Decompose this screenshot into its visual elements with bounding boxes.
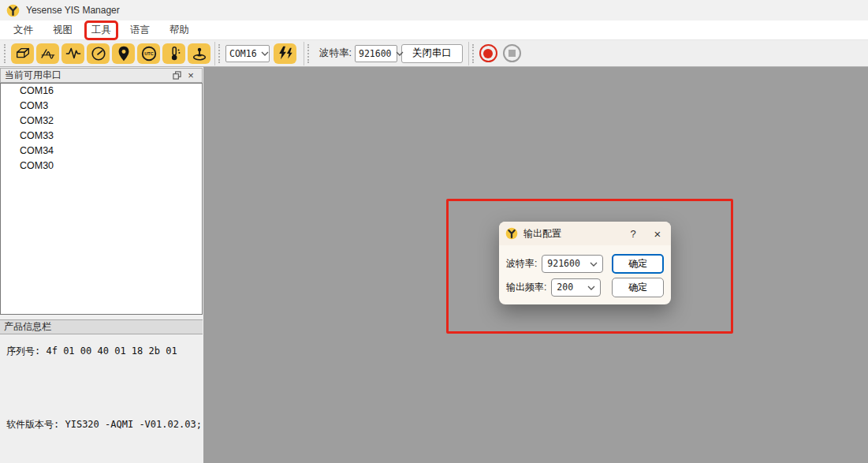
baud-confirm-button[interactable]: 确定 bbox=[612, 254, 664, 274]
list-item-port[interactable]: COM32 bbox=[1, 114, 202, 129]
location-pin-icon bbox=[115, 45, 132, 62]
firmware-version-value: YIS320 -AQMI -V01.02.03; bbox=[65, 419, 201, 430]
serial-number-value: 4f 01 00 40 01 18 2b 01 bbox=[46, 345, 177, 357]
angle-wave-icon bbox=[39, 45, 57, 62]
dialog-output-rate-label: 输出频率: bbox=[506, 281, 546, 294]
menu-bar: 文件 视图 工具 语言 帮助 bbox=[0, 21, 868, 40]
waveform-icon bbox=[65, 45, 82, 62]
output-config-dialog: 输出配置 ? × 波特率: 921600 确定 输出频率: bbox=[499, 222, 671, 304]
chevron-down-icon bbox=[587, 282, 595, 293]
toolbar-separator bbox=[304, 42, 304, 65]
toolbar-separator bbox=[214, 42, 215, 65]
dialog-help-button[interactable]: ? bbox=[624, 228, 642, 240]
toolbar-separator bbox=[468, 42, 469, 65]
list-item-port[interactable]: COM34 bbox=[1, 144, 202, 159]
toolbar-grip[interactable] bbox=[472, 44, 475, 63]
menu-help[interactable]: 帮助 bbox=[164, 21, 195, 39]
firmware-version-label: 软件版本号: bbox=[6, 419, 59, 430]
chevron-down-icon bbox=[392, 51, 404, 56]
attitude-curve-button[interactable] bbox=[36, 43, 59, 64]
gauge-icon bbox=[90, 45, 107, 62]
dialog-baud-value: 921600 bbox=[547, 258, 580, 269]
dialog-title: 输出配置 bbox=[523, 227, 561, 241]
utc-time-button[interactable]: UTC bbox=[137, 43, 160, 64]
cube-3d-view-button[interactable] bbox=[11, 43, 34, 64]
record-button[interactable] bbox=[479, 44, 497, 62]
probe-icon bbox=[191, 45, 208, 62]
ports-panel-header: 当前可用串口 × bbox=[0, 68, 203, 83]
dialog-title-bar[interactable]: 输出配置 ? × bbox=[499, 222, 671, 245]
toolbar-grip[interactable] bbox=[4, 44, 7, 63]
firmware-version-line: 软件版本号: YIS320 -AQMI -V01.02.03; bbox=[6, 418, 202, 431]
menu-view[interactable]: 视图 bbox=[47, 21, 78, 39]
list-item-port[interactable]: COM16 bbox=[1, 84, 202, 99]
port-select[interactable]: COM16 bbox=[225, 45, 270, 62]
toolbar: UTC COM16 bbox=[0, 40, 868, 67]
yesense-logo-icon bbox=[505, 227, 518, 240]
list-item-port[interactable]: COM30 bbox=[1, 159, 202, 174]
info-panel-title: 产品信息栏 bbox=[4, 320, 51, 334]
port-select-value: COM16 bbox=[229, 48, 257, 59]
dialog-close-button[interactable]: × bbox=[647, 227, 668, 241]
toolbar-grip[interactable] bbox=[307, 44, 311, 63]
sensor-probe-button[interactable] bbox=[188, 43, 210, 64]
toolbar-grip[interactable] bbox=[218, 44, 222, 63]
serial-port-list[interactable]: COM16 COM3 COM32 COM33 COM34 COM30 bbox=[0, 83, 203, 315]
chevron-down-icon bbox=[257, 51, 269, 56]
dialog-output-rate-value: 200 bbox=[557, 282, 573, 293]
temperature-button[interactable] bbox=[162, 43, 185, 64]
cube-icon bbox=[14, 45, 32, 62]
baud-rate-select[interactable]: 921600 bbox=[355, 45, 397, 62]
workspace: 当前可用串口 × COM16 COM3 COM32 COM33 COM34 CO… bbox=[0, 67, 868, 463]
close-panel-button[interactable]: × bbox=[184, 69, 198, 81]
output-rate-confirm-button[interactable]: 确定 bbox=[612, 278, 664, 297]
dialog-output-rate-select[interactable]: 200 bbox=[551, 278, 601, 297]
stop-button[interactable] bbox=[503, 44, 521, 62]
yesense-logo-icon bbox=[6, 4, 20, 17]
record-dot-icon bbox=[483, 49, 493, 58]
stop-square-icon bbox=[509, 50, 516, 57]
serial-number-label: 序列号: bbox=[6, 345, 40, 357]
baud-rate-row: 波特率: 921600 确定 bbox=[499, 253, 671, 274]
svg-text:UTC: UTC bbox=[144, 51, 154, 56]
refresh-ports-button[interactable] bbox=[274, 43, 296, 64]
chevron-down-icon bbox=[590, 258, 598, 269]
utc-clock-icon: UTC bbox=[140, 45, 158, 62]
product-info-panel: 序列号: 4f 01 00 40 01 18 2b 01 软件版本号: YIS3… bbox=[0, 334, 203, 463]
thermometer-icon bbox=[166, 45, 183, 62]
dialog-baud-select[interactable]: 921600 bbox=[542, 255, 603, 273]
list-item-port[interactable]: COM33 bbox=[1, 129, 202, 144]
undock-icon bbox=[173, 71, 181, 80]
window-title: Yesense YIS Manager bbox=[26, 5, 120, 16]
baud-rate-value: 921600 bbox=[359, 48, 392, 59]
ports-panel-title: 当前可用串口 bbox=[5, 69, 61, 82]
output-rate-row: 输出频率: 200 确定 bbox=[499, 277, 671, 297]
menu-file[interactable]: 文件 bbox=[8, 21, 39, 39]
app-window: Yesense YIS Manager 文件 视图 工具 语言 帮助 bbox=[0, 0, 868, 463]
double-lightning-icon bbox=[277, 45, 294, 62]
menu-tools[interactable]: 工具 bbox=[84, 21, 118, 40]
serial-number-line: 序列号: 4f 01 00 40 01 18 2b 01 bbox=[6, 345, 177, 358]
dialog-baud-label: 波特率: bbox=[506, 257, 537, 271]
gauge-button[interactable] bbox=[87, 43, 110, 64]
title-bar: Yesense YIS Manager bbox=[0, 0, 868, 21]
float-panel-button[interactable] bbox=[170, 69, 184, 81]
left-dock-area: 当前可用串口 × COM16 COM3 COM32 COM33 COM34 CO… bbox=[0, 67, 203, 463]
location-button[interactable] bbox=[112, 43, 135, 64]
waveform-button[interactable] bbox=[61, 43, 84, 64]
close-serial-port-button[interactable]: 关闭串口 bbox=[401, 44, 463, 63]
main-content-area: 输出配置 ? × 波特率: 921600 确定 输出频率: bbox=[203, 67, 868, 463]
baud-rate-label: 波特率: bbox=[319, 47, 352, 60]
info-panel-header: 产品信息栏 bbox=[0, 319, 203, 334]
menu-language[interactable]: 语言 bbox=[125, 21, 155, 39]
list-item-port[interactable]: COM3 bbox=[1, 99, 202, 114]
